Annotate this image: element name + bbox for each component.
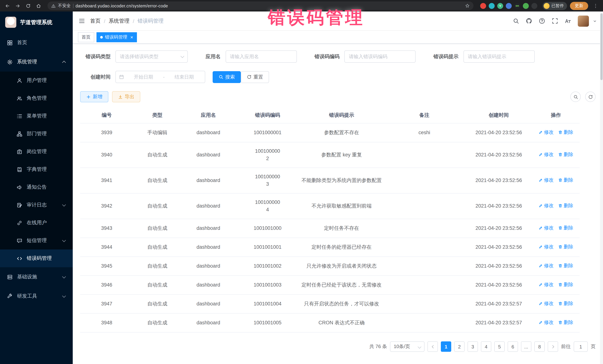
cell-time: 2021-04-20 23:52:57 [465,295,532,313]
ext-proxy-icon[interactable]: on [514,3,520,9]
profile-chip[interactable]: 已暂停 [543,2,567,10]
ext-grid-icon[interactable] [506,3,512,9]
sidebar-item-系统管理[interactable]: 系统管理 [0,52,73,72]
sidebar-item-首页[interactable]: 首页 [0,33,73,52]
cell-id: 3941 [80,168,133,193]
font-size-icon[interactable] [565,18,571,24]
breadcrumb-item[interactable]: 首页 [90,18,101,24]
error-type-select[interactable] [116,50,188,63]
edit-link[interactable]: 修改 [538,202,554,210]
delete-link[interactable]: 删除 [558,281,573,288]
edit-link[interactable]: 修改 [538,243,554,251]
header-search-icon[interactable] [513,18,519,24]
sidebar-item-基础设施[interactable]: 基础设施 [0,267,73,287]
edit-link[interactable]: 修改 [538,300,554,307]
address-bar[interactable]: 不安全 dashboard.yudao.iocoder.cn/system/er… [47,1,474,10]
page-4-button[interactable]: 4 [481,342,491,352]
browser-reload-button[interactable] [24,1,33,10]
edit-link[interactable]: 修改 [538,224,554,232]
page-2-button[interactable]: 2 [454,342,464,352]
error-type-input[interactable] [116,50,188,63]
fullscreen-icon[interactable] [552,18,558,24]
sidebar-item-字典管理[interactable]: 字典管理 [0,161,73,178]
ext-plugin-icon[interactable] [531,3,537,9]
error-code-input[interactable] [344,50,416,63]
ext-color-picker-icon[interactable] [489,3,495,9]
page-more-button[interactable]: ... [521,342,531,352]
sidebar-item-用户管理[interactable]: 用户管理 [0,72,73,89]
reset-button[interactable]: 重置 [241,71,269,83]
delete-link[interactable]: 删除 [558,319,573,326]
edit-link[interactable]: 修改 [538,319,554,326]
browser-back-button[interactable] [3,1,12,10]
close-icon[interactable]: × [130,34,133,40]
user-avatar[interactable] [578,15,589,26]
delete-link[interactable]: 删除 [558,202,573,210]
delete-link[interactable]: 删除 [558,300,573,307]
search-button[interactable]: 搜索 [213,71,241,83]
delete-link[interactable]: 删除 [558,224,573,232]
help-icon[interactable] [539,18,545,24]
sidebar-toggle-icon[interactable] [79,18,85,24]
add-button[interactable]: 新增 [80,91,108,102]
date-range-picker[interactable]: 开始日期 - 结束日期 [116,71,205,83]
page-size-select[interactable]: 10条/页 [390,342,425,352]
delete-link[interactable]: 删除 [558,262,573,269]
cell-remark [383,276,465,295]
scrollbar[interactable] [600,11,603,364]
logo[interactable]: 芋道管理系统 [0,11,73,33]
sidebar-item-通知公告[interactable]: 通知公告 [0,178,73,196]
cell-actions: 修改删除 [532,142,580,168]
page-3-button[interactable]: 3 [468,342,478,352]
sidebar-item-错误码管理[interactable]: 错误码管理 [0,249,73,267]
delete-link[interactable]: 删除 [558,129,573,136]
ext-green-icon[interactable] [523,3,529,9]
edit-link[interactable]: 修改 [538,151,554,158]
refresh-table-button[interactable] [585,92,596,102]
delete-link[interactable]: 删除 [558,243,573,251]
export-button[interactable]: 导出 [112,91,140,102]
goto-page-input[interactable] [574,342,588,352]
sidebar-item-岗位管理[interactable]: 岗位管理 [0,143,73,161]
sidebar-item-审计日志[interactable]: 审计日志 [0,196,73,214]
cell-id: 3939 [80,123,133,142]
tab-首页[interactable]: 首页 [78,32,94,42]
browser-menu-button[interactable] [591,1,600,10]
page-6-button[interactable]: 6 [508,342,518,352]
sidebar-item-在线用户[interactable]: 在线用户 [0,214,73,232]
prev-page-button[interactable] [428,342,438,352]
toggle-search-button[interactable] [570,92,581,102]
edit-link[interactable]: 修改 [538,262,554,269]
sidebar-item-菜单管理[interactable]: 菜单管理 [0,107,73,125]
sidebar-item-短信管理[interactable]: 短信管理 [0,232,73,249]
sidebar-item-角色管理[interactable]: 角色管理 [0,89,73,107]
cell-remark [383,219,465,238]
delete-link[interactable]: 删除 [558,151,573,158]
edit-icon [538,130,543,134]
sidebar-item-部门管理[interactable]: 部门管理 [0,125,73,143]
avatar-caret-icon[interactable] [593,19,597,23]
scrollbar-thumb[interactable] [600,13,603,80]
next-page-button[interactable] [548,342,558,352]
sidebar-item-研发工具[interactable]: 研发工具 [0,287,73,306]
error-hint-input[interactable] [463,50,534,63]
bookmark-star-icon[interactable] [465,3,470,8]
page-8-button[interactable]: 8 [534,342,545,352]
browser-forward-button[interactable] [13,1,22,10]
edit-link[interactable]: 修改 [538,129,554,136]
edit-link[interactable]: 修改 [538,176,554,184]
tab-label: 错误码管理 [105,34,127,40]
tab-错误码管理[interactable]: 错误码管理× [96,32,137,42]
page-1-button[interactable]: 1 [441,342,451,352]
app-name-input[interactable] [225,50,297,63]
breadcrumb-item[interactable]: 系统管理 [109,18,129,24]
browser-update-button[interactable]: 更新 [570,2,588,10]
edit-link[interactable]: 修改 [538,281,554,288]
ext-vue-devtools-icon[interactable]: V [497,3,503,9]
cell-time: 2021-04-20 23:52:56 [465,123,532,142]
delete-link[interactable]: 删除 [558,176,573,184]
github-icon[interactable] [526,18,532,24]
page-5-button[interactable]: 5 [494,342,505,352]
ext-recorder-icon[interactable] [480,3,486,9]
browser-home-button[interactable] [34,1,43,10]
